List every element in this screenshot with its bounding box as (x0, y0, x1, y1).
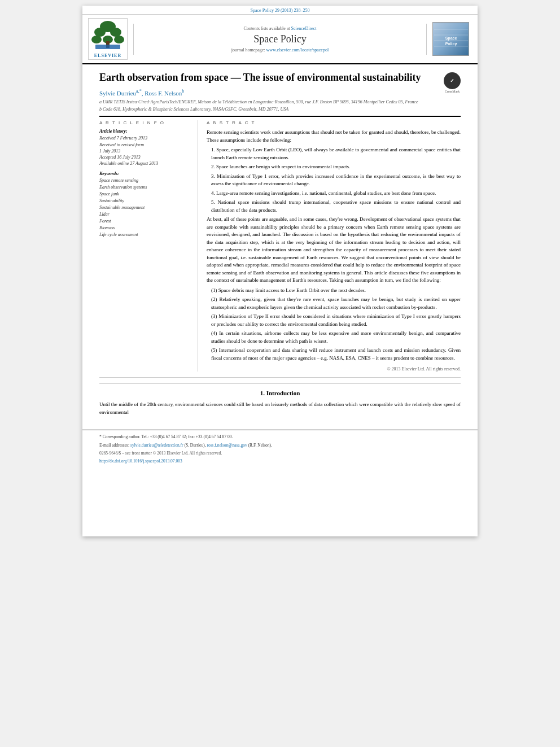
svg-point-3 (110, 28, 121, 37)
journal-name: Space Policy (139, 33, 421, 45)
keyword-9: Life cycle assessment (99, 231, 191, 238)
elsevier-brand-text: ELSEVIER (90, 53, 126, 58)
journal-homepage: journal homepage: www.elsevier.com/locat… (139, 47, 421, 53)
homepage-url[interactable]: www.elsevier.com/locate/spacepol (266, 47, 329, 53)
online-date: Available online 27 August 2013 (99, 160, 191, 167)
journal-title-block: Contents lists available at ScienceDirec… (133, 24, 427, 55)
elsevier-logo-box: ELSEVIER (88, 18, 128, 60)
history-label: Article history: (99, 129, 191, 134)
keyword-8: Biomass (99, 225, 191, 231)
abstract-point-3: 3. Minimization of Type 1 error, which p… (211, 173, 461, 188)
doi-link[interactable]: http://dx.doi.org/10.1016/j.spacepol.201… (99, 458, 182, 464)
footer-corresponding: * Corresponding author. Tel.: +33 (0)4 6… (99, 434, 461, 440)
article-title: Earth observation from space — The issue… (99, 71, 461, 84)
abstract-point-5: 5. National space missions should trump … (211, 199, 461, 214)
abstract-copyright: © 2013 Elsevier Ltd. All rights reserved… (207, 366, 461, 372)
article-info-column: A R T I C L E I N F O Article history: R… (99, 120, 198, 372)
abstract-intro: Remote sensing scientists work under ass… (207, 129, 461, 144)
finding-3: (3) Minimization of Type II error should… (211, 313, 461, 328)
sciencedirect-link[interactable]: ScienceDirect (291, 26, 317, 31)
accepted-date: Accepted 16 July 2013 (99, 154, 191, 160)
keyword-3: Space junk (99, 191, 191, 198)
article-history: Article history: Received 7 February 201… (99, 129, 191, 167)
abstract-main-text: At best, all of these points are arguabl… (207, 216, 461, 285)
article-body: ✓ CrossMark Earth observation from space… (82, 64, 478, 423)
finding-1: (1) Space debris may limit access to Low… (211, 287, 461, 295)
footer-issn: 0265-9646/$ – see front matter © 2013 El… (99, 450, 461, 456)
keyword-6: Lidar (99, 211, 191, 218)
keywords-section: Keywords: Space remote sensing Earth obs… (99, 171, 191, 238)
affiliation-b: b Code 618, Hydrospheric & Biospheric Sc… (99, 106, 461, 112)
email-link-1[interactable]: sylvie.durrieu@teledetection.fr (130, 443, 183, 448)
sciencedirect-line: Contents lists available at ScienceDirec… (139, 26, 421, 31)
article-page: Space Policy 29 (2013) 238–250 (82, 6, 478, 536)
affiliation-a: a UMR TETIS Irstea-Cirad-AgroParisTech/E… (99, 99, 461, 105)
finding-4: (4) In certain situations, airborne coll… (211, 330, 461, 345)
authors-line: Sylvie Durrieua,*, Ross F. Nelsonb (99, 89, 461, 97)
crossmark-badge: ✓ CrossMark (444, 72, 461, 93)
abstract-point-4: 4. Large-area remote sensing investigati… (211, 190, 461, 198)
keyword-1: Space remote sensing (99, 177, 191, 184)
svg-point-4 (91, 36, 102, 43)
svg-point-6 (114, 36, 124, 43)
svg-point-2 (94, 28, 106, 37)
abstract-heading: A B S T R A C T (207, 120, 461, 125)
finding-2: (2) Relatively speaking, given that they… (211, 296, 461, 311)
info-abstract-section: A R T I C L E I N F O Article history: R… (99, 120, 461, 372)
keyword-4: Sustainability (99, 198, 191, 204)
finding-5: (5) International cooperation and data s… (211, 347, 461, 362)
keyword-7: Forest (99, 218, 191, 225)
divider-top (99, 116, 461, 117)
abstract-column: A B S T R A C T Remote sensing scientist… (207, 120, 461, 372)
keyword-2: Earth observation systems (99, 184, 191, 191)
author-primary: Sylvie Durrieu (99, 90, 136, 97)
svg-text:Policy: Policy (445, 42, 457, 46)
email-link-2[interactable]: ross.f.nelson@nasa.gov (207, 443, 247, 448)
abstract-point-1: 1. Space, especially Low Earth Orbit (LE… (211, 146, 461, 161)
received-date: Received 7 February 2013 (99, 135, 191, 141)
keyword-5: Sustainable management (99, 204, 191, 211)
footer-emails: E-mail addresses: sylvie.durrieu@teledet… (99, 442, 461, 448)
article-info-heading: A R T I C L E I N F O (99, 120, 191, 125)
keywords-list: Space remote sensing Earth observation s… (99, 177, 191, 238)
svg-text:Space: Space (445, 36, 457, 41)
journal-reference: Space Policy 29 (2013) 238–250 (82, 6, 478, 15)
revised-label: Received in revised form (99, 142, 191, 148)
journal-header: ELSEVIER Contents lists available at Sci… (82, 15, 478, 64)
space-policy-badge: Space Policy (432, 22, 472, 56)
elsevier-tree-icon (91, 20, 125, 51)
abstract-text: Remote sensing scientists work under ass… (207, 129, 461, 362)
revised-date: 1 July 2013 (99, 148, 191, 154)
intro-text: Until the middle of the 20th century, en… (99, 401, 461, 416)
crossmark-label: CrossMark (444, 90, 461, 93)
footer-doi: http://dx.doi.org/10.1016/j.spacepol.201… (99, 458, 461, 464)
abstract-point-2: 2. Space launches are benign with respec… (211, 163, 461, 171)
introduction-section: 1. Introduction Until the middle of the … (99, 383, 461, 416)
page-footer: * Corresponding author. Tel.: +33 (0)4 6… (82, 430, 478, 469)
badge-icon: Space Policy (434, 24, 468, 55)
journal-ref-text: Space Policy 29 (2013) 238–250 (251, 8, 310, 13)
elsevier-logo: ELSEVIER (88, 18, 128, 60)
badge-image: Space Policy (432, 22, 469, 56)
title-section: ✓ CrossMark Earth observation from space… (99, 71, 461, 84)
keywords-label: Keywords: (99, 171, 191, 176)
crossmark-icon: ✓ (444, 72, 461, 89)
divider-middle (99, 377, 461, 378)
svg-rect-8 (95, 45, 120, 49)
intro-heading: 1. Introduction (99, 390, 461, 396)
